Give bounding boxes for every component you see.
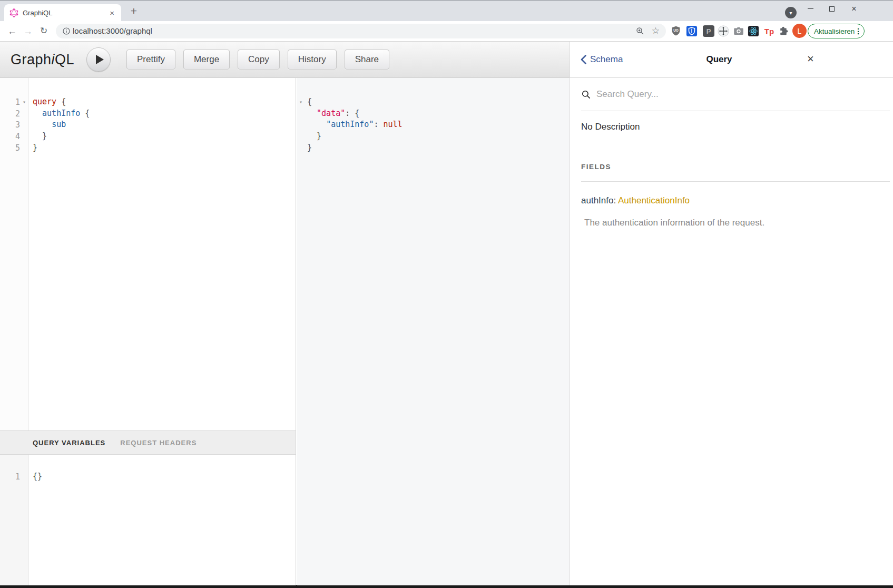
code-token-punct: { bbox=[307, 97, 312, 106]
logo-part: Graph bbox=[11, 52, 52, 67]
extensions-puzzle-icon[interactable] bbox=[778, 25, 790, 37]
forward-button[interactable]: → bbox=[21, 25, 35, 37]
back-button[interactable]: ← bbox=[5, 25, 19, 37]
query-code[interactable]: query { authInfo { sub }} bbox=[29, 78, 296, 430]
info-icon[interactable] bbox=[62, 27, 71, 35]
doc-field-description: The authentication information of the re… bbox=[584, 218, 764, 228]
address-bar[interactable]: localhost:3000/graphql ☆ bbox=[56, 24, 666, 38]
graphiql-topbar: GraphiQL PrettifyMergeCopyHistoryShare bbox=[0, 42, 570, 78]
browser-profile-avatar[interactable]: L bbox=[792, 24, 807, 38]
doc-back-link[interactable]: Schema bbox=[581, 42, 623, 77]
browser-tab-strip: GraphiQL × + ▾ × bbox=[0, 0, 893, 21]
chevron-down-icon: ▾ bbox=[789, 10, 792, 16]
doc-search-box[interactable] bbox=[581, 78, 890, 111]
line-number-gutter: 1 bbox=[0, 455, 29, 585]
minimize-icon bbox=[808, 8, 813, 9]
history-button[interactable]: History bbox=[288, 50, 337, 70]
ublock-extension-icon[interactable]: UO bbox=[670, 25, 682, 37]
doc-field-type-link[interactable]: AuthenticationInfo bbox=[618, 195, 690, 205]
code-token-punct bbox=[33, 120, 52, 129]
response-viewer[interactable]: ▾ { "data": { "authInfo": null }} bbox=[297, 78, 570, 153]
browser-update-indicator-icon[interactable]: ▾ bbox=[785, 7, 797, 18]
code-line[interactable]: { bbox=[307, 96, 570, 108]
doc-fields-divider bbox=[581, 181, 890, 182]
code-token-punct: } bbox=[307, 143, 312, 152]
maximize-icon bbox=[829, 6, 835, 12]
close-icon: × bbox=[851, 5, 856, 13]
code-token-punct: : { bbox=[345, 109, 359, 118]
code-line[interactable]: {} bbox=[33, 471, 296, 483]
kebab-menu-icon[interactable]: ⋮ bbox=[855, 27, 862, 35]
response-code: { "data": { "authInfo": null }} bbox=[307, 78, 570, 153]
browser-toolbar: ← → ↻ localhost:3000/graphql ☆ UO P Tp L… bbox=[0, 21, 893, 41]
response-panel: ▾ { "data": { "authInfo": null }} bbox=[297, 78, 570, 585]
code-token-keyword: null bbox=[384, 120, 403, 129]
code-token-punct: } bbox=[33, 143, 37, 152]
update-button[interactable]: Aktualisieren ⋮ bbox=[808, 24, 865, 38]
graphiql-logo: GraphiQL bbox=[11, 42, 74, 77]
code-token-property: authInfo bbox=[42, 109, 80, 118]
reload-button[interactable]: ↻ bbox=[37, 25, 51, 37]
code-line[interactable]: authInfo { bbox=[33, 108, 296, 120]
tab-request-headers[interactable]: REQUEST HEADERS bbox=[120, 439, 197, 447]
gutter-line: 4 bbox=[0, 131, 28, 142]
tp-extension-icon[interactable]: Tp bbox=[763, 25, 776, 37]
code-line[interactable]: } bbox=[33, 142, 296, 154]
query-editor[interactable]: 1▾2345 query { authInfo { sub }} bbox=[0, 78, 296, 430]
code-token-property: sub bbox=[52, 120, 66, 129]
fold-arrow-icon[interactable]: ▾ bbox=[20, 99, 28, 105]
code-line[interactable]: } bbox=[307, 142, 570, 154]
doc-fields-header: FIELDS bbox=[581, 163, 611, 171]
move-tool-extension-icon[interactable] bbox=[717, 25, 730, 37]
code-token-property: "authInfo" bbox=[326, 120, 374, 129]
zoom-icon[interactable] bbox=[635, 26, 645, 36]
copy-button[interactable]: Copy bbox=[238, 50, 280, 70]
variables-code[interactable]: {} bbox=[29, 455, 296, 585]
merge-button[interactable]: Merge bbox=[183, 50, 230, 70]
window-close-button[interactable]: × bbox=[846, 1, 862, 17]
code-line[interactable]: "authInfo": null bbox=[307, 119, 570, 131]
code-token-def: "data" bbox=[317, 109, 345, 118]
doc-explorer-panel: Schema Query × No Description FIELDS aut… bbox=[570, 42, 893, 585]
code-line[interactable]: sub bbox=[33, 119, 296, 131]
code-token-punct: } bbox=[307, 131, 321, 141]
bookmark-star-icon[interactable]: ☆ bbox=[652, 25, 660, 36]
bitwarden-extension-icon[interactable] bbox=[685, 25, 698, 37]
search-icon bbox=[581, 90, 591, 100]
doc-search-input[interactable] bbox=[596, 89, 849, 100]
share-button[interactable]: Share bbox=[345, 50, 389, 70]
tab-query-variables[interactable]: QUERY VARIABLES bbox=[33, 439, 105, 447]
browser-tab[interactable]: GraphiQL × bbox=[4, 4, 121, 22]
privacy-extension-icon[interactable]: P bbox=[702, 25, 715, 37]
window-minimize-button[interactable] bbox=[802, 1, 819, 17]
tab-close-icon[interactable]: × bbox=[108, 8, 116, 17]
doc-no-description: No Description bbox=[581, 122, 640, 132]
variables-tab-bar: QUERY VARIABLESREQUEST HEADERS bbox=[0, 430, 296, 455]
fold-arrow-icon[interactable]: ▾ bbox=[297, 99, 305, 105]
code-token-punct: { bbox=[80, 109, 90, 118]
react-devtools-extension-icon[interactable] bbox=[747, 25, 760, 37]
code-line[interactable]: } bbox=[307, 131, 570, 142]
code-line[interactable]: } bbox=[33, 131, 296, 142]
gutter-line: 1 bbox=[0, 471, 28, 483]
line-number: 1 bbox=[0, 472, 20, 482]
code-token-punct: } bbox=[33, 131, 47, 141]
screen: { "browser": { "tab_title": "GraphiQL", … bbox=[0, 0, 893, 588]
screenshot-camera-extension-icon[interactable] bbox=[732, 25, 745, 37]
doc-close-button[interactable]: × bbox=[804, 42, 817, 77]
code-line[interactable]: "data": { bbox=[307, 108, 570, 120]
doc-title: Query bbox=[706, 42, 732, 77]
window-maximize-button[interactable] bbox=[823, 1, 840, 17]
code-line[interactable]: query { bbox=[33, 96, 296, 108]
url-text[interactable]: localhost:3000/graphql bbox=[73, 26, 152, 35]
line-number: 4 bbox=[0, 132, 20, 141]
line-number: 1 bbox=[0, 97, 20, 107]
gutter-line bbox=[297, 119, 307, 131]
doc-field-name-link[interactable]: authInfo bbox=[581, 195, 613, 205]
privacy-extension-label: P bbox=[703, 25, 714, 37]
execute-query-button[interactable] bbox=[86, 47, 111, 72]
query-variables-editor[interactable]: 1 {} bbox=[0, 455, 296, 585]
new-tab-button[interactable]: + bbox=[127, 5, 141, 17]
code-token-punct bbox=[33, 109, 42, 118]
prettify-button[interactable]: Prettify bbox=[126, 50, 175, 70]
